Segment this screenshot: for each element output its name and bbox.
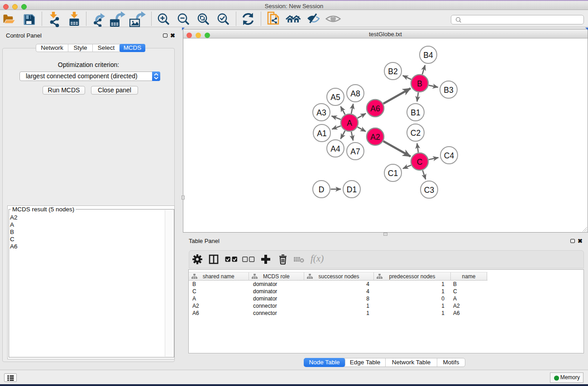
svg-text:B3: B3 <box>444 86 453 95</box>
svg-text:B: B <box>417 79 422 88</box>
svg-text:A4: A4 <box>330 144 340 153</box>
svg-text:A8: A8 <box>350 89 360 98</box>
svg-text:C2: C2 <box>411 129 421 138</box>
svg-text:C4: C4 <box>444 151 454 160</box>
svg-text:A2: A2 <box>370 133 380 142</box>
svg-text:D1: D1 <box>347 185 357 194</box>
svg-text:A5: A5 <box>330 93 340 102</box>
svg-text:A: A <box>347 119 352 128</box>
svg-text:A6: A6 <box>370 104 380 113</box>
svg-text:A1: A1 <box>317 129 326 138</box>
svg-text:D: D <box>319 185 325 194</box>
svg-text:C3: C3 <box>424 186 434 195</box>
svg-text:B1: B1 <box>411 108 420 117</box>
svg-text:C1: C1 <box>388 169 398 178</box>
svg-text:B2: B2 <box>388 67 397 76</box>
svg-text:B4: B4 <box>423 51 433 60</box>
svg-text:A3: A3 <box>316 108 326 117</box>
svg-text:C: C <box>417 157 423 167</box>
svg-text:A7: A7 <box>350 147 360 156</box>
